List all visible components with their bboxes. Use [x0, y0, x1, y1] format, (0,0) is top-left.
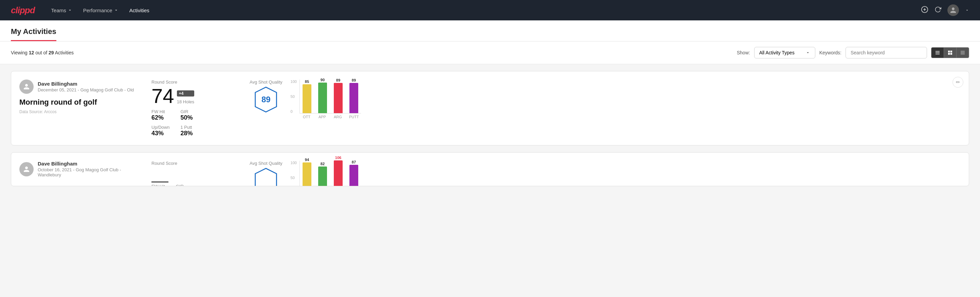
fw-hit-label-2: FW Hit: [151, 184, 165, 186]
round-score-label: Round Score: [151, 80, 233, 85]
user-avatar-sm-2: [19, 162, 33, 176]
shot-quality-chart-2: 100 50 0 94 82: [291, 161, 961, 186]
activity-type-dropdown[interactable]: All Activity Types: [754, 47, 815, 59]
ott-label: OTT: [302, 115, 311, 119]
brand-logo[interactable]: clippd: [11, 5, 35, 16]
bar-app: 90: [318, 78, 327, 113]
fw-hit-label: FW Hit: [151, 109, 169, 114]
activity-card: ✏ Dave Billingham December 05, 2021 - Go…: [11, 71, 969, 145]
app-label: APP: [318, 115, 327, 119]
holes-label: 18 Holes: [177, 99, 194, 104]
round-score-value: 74: [151, 86, 174, 106]
one-putt-value: 28%: [180, 130, 192, 137]
arg-bar: [334, 83, 343, 113]
arg-label: ARG: [334, 115, 342, 119]
shot-quality-value: 89: [261, 95, 270, 104]
compact-view-button[interactable]: [956, 48, 969, 58]
app-bar: [318, 83, 327, 113]
shot-quality-chart: 100 50 0 85: [291, 80, 961, 119]
nav-right-actions: [921, 5, 969, 16]
view-mode-buttons: [931, 47, 969, 58]
grid-view-button[interactable]: [944, 48, 956, 58]
add-icon[interactable]: [921, 6, 928, 15]
keyword-search-input[interactable]: [846, 47, 927, 59]
refresh-icon[interactable]: [934, 6, 941, 14]
toolbar: Viewing 12 out of 29 Activities Show: Al…: [0, 42, 980, 64]
svg-marker-4: [255, 168, 277, 186]
keywords-label: Keywords:: [819, 50, 842, 55]
card-body: Dave Billingham December 05, 2021 - Gog …: [19, 80, 961, 137]
shot-quality-hexagon-2: [250, 167, 283, 186]
data-source: Data Source: Arccos: [19, 109, 135, 114]
round-score-value-2: [151, 167, 169, 182]
user-name: Dave Billingham: [38, 81, 134, 87]
bar-putt-2: 87: [349, 160, 358, 186]
bar-arg: 89: [334, 78, 343, 113]
activity-date-2: October 16, 2021 - Gog Magog Golf Club -…: [38, 167, 135, 177]
gir-value: 50%: [180, 114, 192, 121]
toolbar-filters: Show: All Activity Types Keywords:: [737, 47, 969, 59]
nav-teams[interactable]: Teams: [51, 8, 72, 13]
card-right-section: Avg Shot Quality 89: [250, 80, 961, 119]
gir-label-2: GIR: [176, 184, 188, 186]
putt-bar: [349, 83, 358, 113]
one-putt-label: 1 Putt: [180, 125, 192, 130]
bar-putt: 89: [349, 78, 358, 113]
activity-card: Dave Billingham October 16, 2021 - Gog M…: [11, 152, 969, 186]
round-score-label-2: Round Score: [151, 161, 233, 166]
card-left-section: Dave Billingham December 05, 2021 - Gog …: [19, 80, 135, 114]
card-body-2: Dave Billingham October 16, 2021 - Gog M…: [19, 161, 961, 186]
avg-shot-quality-label-2: Avg Shot Quality: [250, 161, 283, 166]
avg-shot-quality-label: Avg Shot Quality: [250, 80, 283, 85]
page-header: My Activities: [0, 21, 980, 42]
activity-date: December 05, 2021 - Gog Magog Golf Club …: [38, 87, 134, 93]
up-down-value: 43%: [151, 130, 169, 137]
card-right-section-2: Avg Shot Quality 100 50: [250, 161, 961, 186]
ott-bar: [302, 84, 312, 113]
score-diff-badge: +4: [177, 90, 194, 96]
card-center-section-2: Round Score FW Hit 43% GIR 56%: [151, 161, 233, 186]
nav-performance[interactable]: Performance: [83, 8, 119, 13]
user-dropdown-icon: [965, 8, 969, 12]
shot-quality-hexagon: 89: [250, 86, 283, 113]
page-title: My Activities: [11, 21, 56, 41]
gir-label: GIR: [180, 109, 192, 114]
up-down-label: Up/Down: [151, 125, 169, 130]
putt-label: PUTT: [349, 115, 358, 119]
bar-arg-2: 106: [334, 156, 343, 186]
bar-ott-2: 94: [302, 158, 312, 186]
card-center-section: Round Score 74 +4 18 Holes FW Hit 62% Up…: [151, 80, 233, 137]
activities-list: ✏ Dave Billingham December 05, 2021 - Go…: [0, 64, 980, 200]
bar-app-2: 82: [318, 162, 327, 186]
nav-activities[interactable]: Activities: [129, 8, 150, 13]
user-avatar[interactable]: [947, 5, 959, 16]
user-name-2: Dave Billingham: [38, 161, 135, 166]
list-view-button[interactable]: [931, 48, 944, 58]
navbar: clippd Teams Performance Activities: [0, 0, 980, 21]
chart-y-axis: 100 50 0: [291, 80, 297, 113]
bar-ott: 85: [302, 80, 312, 113]
activity-title: Morning round of golf: [19, 98, 135, 107]
user-avatar-sm: [19, 80, 33, 94]
edit-button[interactable]: ✏: [953, 77, 963, 88]
fw-hit-value: 62%: [151, 114, 169, 121]
card-left-section-2: Dave Billingham October 16, 2021 - Gog M…: [19, 161, 135, 177]
show-label: Show:: [737, 50, 750, 55]
viewing-count: Viewing 12 out of 29 Activities: [11, 50, 74, 55]
